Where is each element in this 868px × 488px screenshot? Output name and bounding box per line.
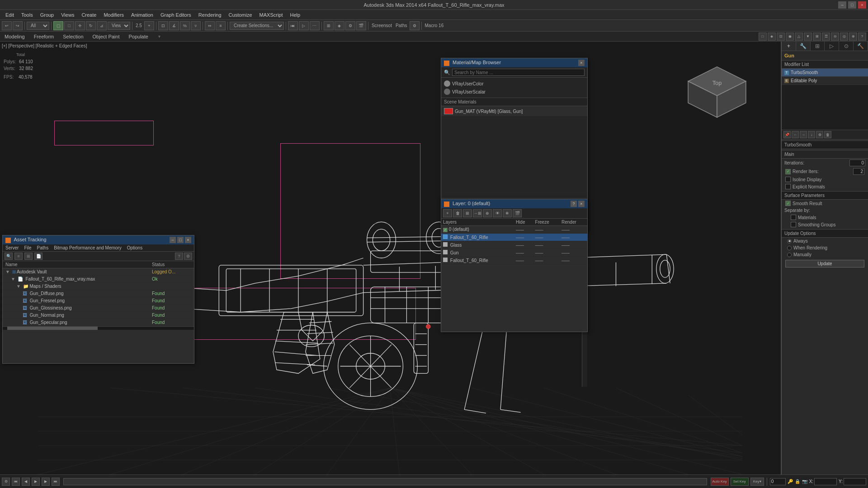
filter-dropdown[interactable]: All <box>27 22 49 30</box>
at-maximize[interactable]: □ <box>177 237 184 243</box>
auto-key-button[interactable]: Auto Key <box>711 478 729 486</box>
mirror-button[interactable]: ⇔ <box>205 21 215 30</box>
render-iters-input[interactable] <box>853 168 864 175</box>
ld-delete-button[interactable]: 🗑 <box>453 209 462 217</box>
at-file-button[interactable]: 📄 <box>34 253 42 260</box>
material-editor-button[interactable]: ◈ <box>335 21 344 30</box>
modifier-turbosmooth[interactable]: T TurboSmooth <box>782 69 868 77</box>
mb-search-input[interactable] <box>452 69 585 76</box>
timeline-settings-button[interactable]: ⚙ <box>2 478 10 486</box>
table-row[interactable]: ▼ ⊞ Autodesk Vault Logged O... <box>3 268 194 276</box>
close-button[interactable]: × <box>858 1 866 9</box>
paths-options-button[interactable]: ⚙ <box>410 21 420 30</box>
select-object-button[interactable]: ▢ <box>53 21 63 30</box>
undo-button[interactable]: ↩ <box>2 21 12 30</box>
at-menu-bitmap-perf[interactable]: Bitmap Performance and Memory <box>51 245 124 251</box>
subtb-btn-1[interactable]: □ <box>759 33 767 41</box>
minimize-button[interactable]: – <box>838 1 846 9</box>
menu-rendering[interactable]: Rendering <box>195 11 225 19</box>
menu-modifiers[interactable]: Modifiers <box>100 11 127 19</box>
ld-close[interactable]: × <box>578 201 585 207</box>
table-row[interactable]: Gun —— —— —— <box>441 249 587 257</box>
at-scrollbar-thumb[interactable] <box>7 327 98 330</box>
table-row[interactable]: Fallout_T_60_Rifle —— —— —— <box>441 257 587 264</box>
next-key-button[interactable]: ⏭ <box>52 478 60 486</box>
scale-button[interactable]: ⊿ <box>97 21 107 30</box>
menu-help[interactable]: Help <box>287 11 304 19</box>
pin-stack-button[interactable]: 📌 <box>783 131 791 138</box>
viewport-cube[interactable]: Top <box>688 67 746 117</box>
render-setup-button[interactable]: ⚙ <box>345 21 355 30</box>
menu-customize[interactable]: Customize <box>225 11 256 19</box>
rp-tab-modify[interactable]: 🔧 <box>796 42 811 51</box>
prev-frame-button[interactable]: ◀ <box>22 478 30 486</box>
at-menu-server[interactable]: Server <box>3 245 21 251</box>
ld-add-selected-button[interactable]: →⊞ <box>473 209 482 217</box>
menu-animation[interactable]: Animation <box>127 11 157 19</box>
table-row[interactable]: ▼ 📄 Fallout_T_60_Rifle_max_vray.max Ok <box>3 276 194 283</box>
table-row[interactable]: 🖼 Gun_Normal.png Found <box>3 312 194 319</box>
subtb-btn-6[interactable]: ▼ <box>804 33 812 41</box>
redo-button[interactable]: ↪ <box>13 21 23 30</box>
at-menu-paths[interactable]: Paths <box>34 245 52 251</box>
subtb-btn-2[interactable]: ◈ <box>768 33 776 41</box>
prev-key-button[interactable]: ⏮ <box>12 478 20 486</box>
prev-modifier-button[interactable]: ← <box>792 131 799 138</box>
align-button[interactable]: ≡ <box>216 21 226 30</box>
mb-item-vrayusercolor[interactable]: VRayUserColor <box>441 80 587 88</box>
subtb-object-paint[interactable]: Object Paint <box>90 33 123 40</box>
subtb-btn-7[interactable]: ⊞ <box>813 33 821 41</box>
manually-radio[interactable] <box>787 253 792 257</box>
subtb-btn-11[interactable]: ⊕ <box>849 33 857 41</box>
play-button[interactable]: ▶ <box>32 478 40 486</box>
view-dropdown[interactable]: View <box>108 22 130 30</box>
mat-item-gun[interactable]: Gun_MAT (VRayMtl) [Glass, Gun] <box>441 107 587 115</box>
explicit-normals-checkbox[interactable] <box>785 184 791 189</box>
move-button[interactable]: ✛ <box>75 21 85 30</box>
select-region-button[interactable]: □ <box>64 21 74 30</box>
x-input[interactable] <box>814 478 837 485</box>
ld-help[interactable]: ? <box>571 201 577 207</box>
ld-new-layer-button[interactable]: + <box>443 209 452 217</box>
subtb-btn-8[interactable]: ☰ <box>822 33 830 41</box>
at-help-button[interactable]: ? <box>175 253 183 260</box>
menu-maxscript[interactable]: MAXScript <box>256 11 287 19</box>
subtb-btn-9[interactable]: ⊝ <box>831 33 839 41</box>
subtb-btn-3[interactable]: ⊡ <box>777 33 785 41</box>
modifier-editable-poly[interactable]: E Editable Poly <box>782 77 868 85</box>
always-radio[interactable] <box>787 239 792 244</box>
when-rendering-radio[interactable] <box>787 246 792 250</box>
at-minimize[interactable]: – <box>170 237 176 243</box>
trash-modifier-button[interactable]: 🗑 <box>824 131 831 138</box>
table-row[interactable]: ▼ 📁 Maps / Shaders <box>3 283 194 290</box>
key-filters-button[interactable]: Key▾ <box>750 478 764 486</box>
modifier-settings-button[interactable]: ⚙ <box>816 131 823 138</box>
named-selection-dropdown[interactable]: Create Selections... <box>230 22 284 30</box>
angle-snap-button[interactable]: ∡ <box>169 21 179 30</box>
y-input[interactable] <box>844 478 866 485</box>
menu-views[interactable]: Views <box>57 11 78 19</box>
rp-tab-utilities[interactable]: 🔨 <box>854 42 868 51</box>
next-frame-button[interactable]: ▶ <box>42 478 50 486</box>
quick-render-button[interactable]: 🎬 <box>356 21 366 30</box>
next-modifier-button[interactable]: → <box>800 131 807 138</box>
table-row[interactable]: ✓ 0 (default) —— —— —— <box>441 226 587 234</box>
menu-edit[interactable]: Edit <box>2 11 18 19</box>
subtb-populate[interactable]: Populate <box>126 33 151 40</box>
rp-tab-hierarchy[interactable]: ⊞ <box>811 42 825 51</box>
key-mode-button[interactable]: ▷ <box>299 21 309 30</box>
smooth-result-checkbox[interactable]: ✓ <box>785 201 791 206</box>
rp-tab-display[interactable]: ⊙ <box>839 42 854 51</box>
rp-tab-create[interactable]: + <box>782 42 796 51</box>
table-row[interactable]: 🖼 Gun_Specular.png Found <box>3 319 194 326</box>
at-search-button[interactable]: 🔍 <box>5 253 13 260</box>
menu-graph-editors[interactable]: Graph Editors <box>157 11 195 19</box>
rp-tab-motion[interactable]: ▷ <box>825 42 839 51</box>
curve-editor-button[interactable]: ⋯ <box>310 21 320 30</box>
mb-item-vrayuserscalar[interactable]: VRayUserScalar <box>441 88 587 96</box>
subtb-btn-10[interactable]: ◎ <box>840 33 848 41</box>
at-list-view-button[interactable]: ≡ <box>14 253 23 260</box>
at-menu-file[interactable]: File <box>21 245 34 251</box>
subtb-selection[interactable]: Selection <box>60 33 86 40</box>
maximize-button[interactable]: □ <box>848 1 856 9</box>
